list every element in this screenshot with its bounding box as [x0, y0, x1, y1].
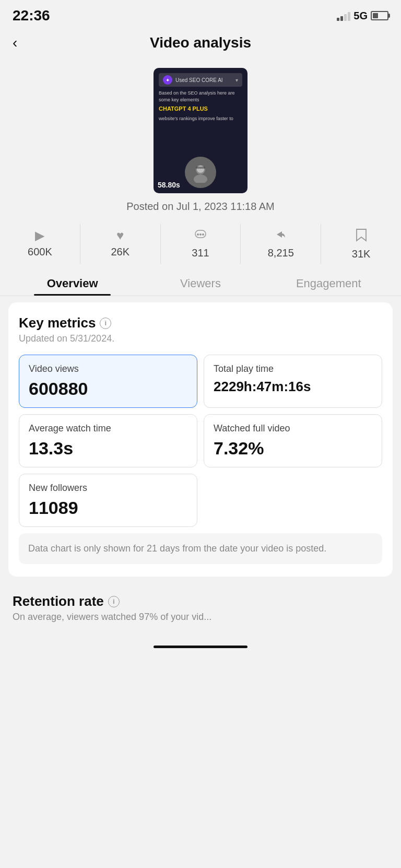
metric-video-views-value: 600880 — [29, 379, 187, 399]
back-button[interactable]: ‹ — [13, 36, 17, 50]
status-bar: 22:36 5G — [0, 0, 401, 28]
svg-point-1 — [194, 174, 207, 183]
metric-avg-watch-time-value: 13.3s — [29, 438, 187, 459]
metric-avg-watch-time-label: Average watch time — [29, 423, 187, 434]
home-indicator — [0, 637, 401, 652]
retention-title: Retention rate — [13, 593, 104, 609]
tab-overview[interactable]: Overview — [8, 269, 136, 296]
plays-value: 600K — [28, 246, 52, 258]
tabs: Overview Viewers Engagement — [0, 269, 401, 296]
likes-value: 26K — [111, 246, 129, 258]
bookmark-icon — [356, 228, 367, 245]
tab-engagement[interactable]: Engagement — [265, 269, 393, 296]
chart-notice-text: Data chart is only shown for 21 days fro… — [28, 543, 326, 554]
network-label: 5G — [353, 10, 368, 22]
video-section: ✦ Used SEO CORE AI ▾ Based on the SEO an… — [0, 60, 401, 219]
metrics-grid: Video views 600880 Total play time 2229h… — [19, 355, 382, 527]
info-icon[interactable]: i — [100, 318, 111, 329]
share-icon — [275, 228, 287, 244]
metric-total-play-time-value: 2229h:47m:16s — [214, 379, 372, 395]
bookmarks-value: 31K — [352, 248, 371, 260]
comments-value: 311 — [192, 247, 209, 259]
stat-likes: ♥ 26K — [80, 224, 161, 264]
retention-section: Retention rate i On average, viewers wat… — [0, 583, 401, 637]
retention-header: Retention rate i — [13, 593, 388, 609]
stat-plays: ▶ 600K — [0, 224, 80, 264]
home-bar — [154, 646, 247, 648]
tab-viewers[interactable]: Viewers — [136, 269, 264, 296]
play-icon: ▶ — [35, 228, 44, 243]
status-time: 22:36 — [13, 7, 50, 24]
metric-avg-watch-time: Average watch time 13.3s — [19, 414, 197, 467]
header: ‹ Video analysis — [0, 28, 401, 60]
metric-video-views-label: Video views — [29, 363, 187, 374]
ai-icon: ✦ — [163, 75, 172, 85]
stat-shares: 8,215 — [241, 224, 321, 264]
metric-new-followers: New followers 11089 — [19, 474, 197, 527]
metric-watched-full: Watched full video 7.32% — [204, 414, 382, 467]
signal-icon — [337, 10, 350, 21]
metric-watched-full-value: 7.32% — [214, 438, 372, 459]
retention-info-icon[interactable]: i — [108, 596, 120, 607]
card-header: Key metrics i — [19, 315, 382, 331]
avatar — [185, 157, 216, 188]
video-thumbnail[interactable]: ✦ Used SEO CORE AI ▾ Based on the SEO an… — [154, 68, 247, 193]
metric-total-play-time-label: Total play time — [214, 363, 372, 374]
video-duration: 58.80s — [158, 181, 180, 189]
video-content: Based on the SEO analysis here are some … — [159, 90, 242, 155]
battery-icon — [371, 11, 388, 20]
retention-subtitle: On average, viewers watched 97% of your … — [13, 612, 388, 623]
metric-watched-full-label: Watched full video — [214, 423, 372, 434]
metric-total-play-time: Total play time 2229h:47m:16s — [204, 355, 382, 408]
post-date: Posted on Jul 1, 2023 11:18 AM — [126, 201, 275, 213]
key-metrics-card: Key metrics i Updated on 5/31/2024. Vide… — [8, 302, 393, 577]
page-title: Video analysis — [150, 34, 251, 51]
card-title: Key metrics — [19, 315, 96, 331]
metric-new-followers-value: 11089 — [29, 498, 187, 518]
metric-video-views: Video views 600880 — [19, 355, 197, 408]
svg-point-6 — [202, 233, 204, 236]
heart-icon: ♥ — [116, 228, 124, 243]
stats-row: ▶ 600K ♥ 26K 311 8,215 31K — [0, 219, 401, 269]
comment-icon — [194, 228, 207, 244]
metric-new-followers-label: New followers — [29, 483, 187, 494]
status-icons: 5G — [337, 10, 388, 22]
svg-point-4 — [197, 233, 199, 236]
card-subtitle: Updated on 5/31/2024. — [19, 333, 382, 344]
video-top-text: Used SEO CORE AI — [175, 77, 223, 83]
svg-rect-3 — [196, 167, 205, 169]
stat-bookmarks: 31K — [321, 224, 401, 264]
svg-point-5 — [199, 233, 202, 236]
shares-value: 8,215 — [268, 247, 294, 259]
stat-comments: 311 — [161, 224, 241, 264]
chart-notice: Data chart is only shown for 21 days fro… — [19, 533, 382, 564]
